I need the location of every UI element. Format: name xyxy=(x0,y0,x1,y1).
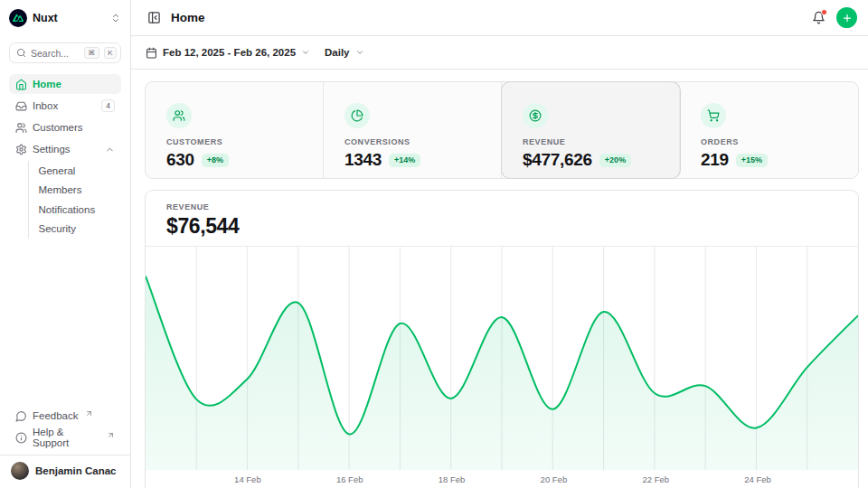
header-actions xyxy=(810,7,857,28)
x-axis-tick-label: 24 Feb xyxy=(744,474,771,484)
top-header: Home xyxy=(131,0,868,36)
page-title: Home xyxy=(171,11,205,24)
chevron-up-icon xyxy=(105,145,115,155)
x-axis-tick-label: 18 Feb xyxy=(439,474,466,484)
user-name: Benjamin Canac xyxy=(35,465,116,476)
sidebar-item-label: Inbox xyxy=(33,100,58,111)
add-button[interactable] xyxy=(836,7,857,28)
sidebar-item-security[interactable]: Security xyxy=(32,220,122,239)
notifications-button[interactable] xyxy=(810,9,827,26)
arrow-up-right-icon xyxy=(107,431,115,439)
stat-card-revenue[interactable]: Revenue$477,626+20% xyxy=(502,82,680,178)
app-window: Nuxt Search... ⌘ K HomeInbox4CustomersSe… xyxy=(0,0,868,488)
filter-toolbar: Feb 12, 2025 - Feb 26, 2025 Daily xyxy=(131,36,868,70)
sidebar-item-home[interactable]: Home xyxy=(9,74,121,94)
info-icon xyxy=(15,432,27,444)
date-range-picker[interactable]: Feb 12, 2025 - Feb 26, 2025 xyxy=(146,47,310,59)
main-area: Home Feb 12, 2025 - Feb 26, 2025 Daily xyxy=(131,0,868,488)
sidebar-collapse-button[interactable] xyxy=(146,9,163,26)
user-avatar xyxy=(11,462,29,480)
chevron-down-icon xyxy=(301,48,310,57)
period-select[interactable]: Daily xyxy=(325,47,364,58)
x-axis-tick-label: 16 Feb xyxy=(336,474,363,484)
workspace-name: Nuxt xyxy=(33,12,105,24)
arrow-up-right-icon xyxy=(85,409,93,418)
users-icon xyxy=(15,122,27,134)
sidebar-nav: HomeInbox4CustomersSettingsGeneralMember… xyxy=(9,74,121,240)
x-axis-tick-label: 20 Feb xyxy=(541,474,568,484)
sidebar-secondary-nav: FeedbackHelp & Support xyxy=(9,406,121,449)
stat-label: Revenue xyxy=(523,137,670,146)
sidebar: Nuxt Search... ⌘ K HomeInbox4CustomersSe… xyxy=(0,0,131,488)
inbox-count-badge: 4 xyxy=(101,99,115,112)
calendar-icon xyxy=(146,47,157,59)
sidebar-item-label: Home xyxy=(33,79,61,89)
chart-metric-label: Revenue xyxy=(166,202,837,211)
x-axis-tick-label: 22 Feb xyxy=(643,474,670,484)
sidebar-item-settings[interactable]: Settings xyxy=(9,139,121,159)
stat-icon-circle xyxy=(166,103,192,128)
x-axis-tick-label: 14 Feb xyxy=(234,474,261,484)
message-circle-icon xyxy=(15,410,27,422)
chart-pie-icon xyxy=(351,109,363,122)
sidebar-item-members[interactable]: Members xyxy=(32,181,122,201)
sidebar-subnav-settings: GeneralMembersNotificationsSecurity xyxy=(28,161,122,239)
notification-dot xyxy=(821,9,827,15)
stat-label: Conversions xyxy=(344,137,492,146)
stat-card-orders[interactable]: Orders219+15% xyxy=(680,82,858,178)
sidebar-item-label: Customers xyxy=(33,122,83,133)
sidebar-item-customers[interactable]: Customers xyxy=(9,117,121,137)
stat-delta-badge: +14% xyxy=(389,154,420,167)
sidebar-item-general[interactable]: General xyxy=(32,161,122,181)
stat-value: 1343 xyxy=(344,150,382,170)
circle-dollar-icon xyxy=(529,109,542,122)
chart-x-axis: 14 Feb16 Feb18 Feb20 Feb22 Feb24 Feb xyxy=(146,470,858,488)
chevrons-up-down-icon xyxy=(110,13,121,23)
sidebar-item-inbox[interactable]: Inbox4 xyxy=(9,96,121,116)
stats-grid: Customers630+8%Conversions1343+14%Revenu… xyxy=(145,81,859,179)
kbd-cmd: ⌘ xyxy=(84,47,99,59)
users-icon xyxy=(173,109,185,122)
sidebar-footer: Benjamin Canac xyxy=(0,455,130,488)
sidebar-item-label: Help & Support xyxy=(33,427,100,448)
revenue-chart-card: Revenue $76,544 14 Feb16 Feb18 Feb20 Feb… xyxy=(145,190,859,488)
shopping-cart-icon xyxy=(707,109,720,122)
chart-plot-area xyxy=(146,246,858,470)
search-placeholder: Search... xyxy=(31,48,80,59)
stat-value: 630 xyxy=(166,150,194,170)
stat-delta-badge: +15% xyxy=(736,154,768,167)
chevron-down-icon xyxy=(355,48,364,57)
kbd-k: K xyxy=(104,47,117,59)
user-menu[interactable]: Benjamin Canac xyxy=(9,462,121,480)
sidebar-item-label: Feedback xyxy=(33,410,79,421)
stat-card-conversions[interactable]: Conversions1343+14% xyxy=(324,82,502,178)
stat-value: 219 xyxy=(701,150,729,170)
settings-icon xyxy=(15,144,27,155)
stat-label: Customers xyxy=(166,137,314,146)
sidebar-spacer xyxy=(9,240,121,406)
dashboard-content: Customers630+8%Conversions1343+14%Revenu… xyxy=(131,70,868,488)
stat-delta-badge: +20% xyxy=(599,154,631,167)
date-range-label: Feb 12, 2025 - Feb 26, 2025 xyxy=(163,47,296,58)
stat-value: $477,626 xyxy=(523,150,592,170)
revenue-area-chart[interactable] xyxy=(146,247,858,470)
sidebar-item-feedback[interactable]: Feedback xyxy=(9,406,121,426)
plus-icon xyxy=(842,13,853,23)
chart-metric-value: $76,544 xyxy=(166,214,837,239)
inbox-icon xyxy=(15,100,27,112)
stat-label: Orders xyxy=(701,137,849,146)
stat-icon-circle xyxy=(701,103,726,128)
sidebar-item-help-support[interactable]: Help & Support xyxy=(9,427,121,447)
stat-delta-badge: +8% xyxy=(202,154,229,167)
nuxt-logo-icon xyxy=(9,9,27,27)
chart-header: Revenue $76,544 xyxy=(146,191,858,246)
stat-icon-circle xyxy=(344,103,370,128)
stat-card-customers[interactable]: Customers630+8% xyxy=(146,82,324,178)
panel-left-close-icon xyxy=(147,11,161,24)
home-icon xyxy=(15,79,27,90)
sidebar-item-notifications[interactable]: Notifications xyxy=(32,200,122,220)
search-input[interactable]: Search... ⌘ K xyxy=(9,42,121,63)
sidebar-item-label: Settings xyxy=(33,144,71,155)
workspace-switcher[interactable]: Nuxt xyxy=(9,0,121,36)
stat-icon-circle xyxy=(523,103,548,128)
